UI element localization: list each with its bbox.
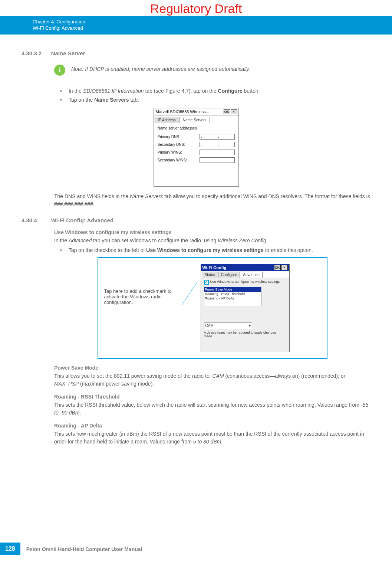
info-icon: i — [54, 65, 65, 76]
draft-banner: Regulatory Draft — [0, 0, 392, 16]
use-windows-checkbox[interactable]: ✓ — [204, 280, 209, 285]
ok-button[interactable]: OK — [274, 265, 281, 270]
note-text: Note: If DHCP is enabled, name server ad… — [71, 65, 250, 72]
reset-notice: A device reset may be required to apply … — [204, 331, 286, 338]
figure-name-servers-dialog: 'Marvell SDIO8686 Wireless... OK × IP Ad… — [154, 108, 239, 187]
dialog-title: Wi-Fi Config — [202, 265, 274, 270]
chapter-line1: Chapter 4: Configuration — [33, 19, 392, 25]
secondary-dns-field[interactable] — [200, 142, 235, 147]
secondary-wins-field[interactable] — [200, 157, 235, 163]
chapter-header: Chapter 4: Configuration Wi-Fi Config: A… — [0, 16, 392, 35]
list-item: • Tap on the Name Servers tab. — [60, 96, 370, 104]
section-title: Wi-Fi Config: Advanced — [51, 217, 113, 223]
close-button[interactable]: × — [281, 265, 288, 270]
label-primary-dns: Primary DNS: — [158, 135, 180, 139]
tab-ip-address[interactable]: IP Address — [155, 117, 179, 123]
tab-status[interactable]: Status — [202, 272, 218, 278]
page-footer: 128 Psion Omnii Hand-Held Computer User … — [0, 543, 142, 555]
label-secondary-wins: Secondary WINS: — [158, 158, 187, 162]
tab-configure[interactable]: Configure — [218, 272, 240, 278]
page-number: 128 — [0, 543, 20, 555]
body-paragraph: This sets the RSSI threshold value, belo… — [54, 401, 370, 417]
body-paragraph: This allows you to set the 802.11 power … — [54, 372, 370, 388]
tab-advanced[interactable]: Advanced — [240, 272, 262, 278]
figure-wifi-config-advanced: Tap here to add a checkmark to activate … — [98, 257, 327, 359]
list-item: • Tap on the checkbox to the left of Use… — [60, 246, 370, 254]
bullet-icon: • — [60, 96, 62, 104]
list-item-ap-delta[interactable]: Roaming - AP Delta — [204, 296, 261, 301]
manual-title: Psion Omnii Hand-Held Computer User Manu… — [20, 543, 142, 555]
subheading: Roaming - AP Delta — [54, 423, 370, 429]
close-button[interactable]: × — [231, 109, 237, 114]
list-item-power-save[interactable]: Power Save Mode — [204, 287, 261, 292]
section-number: 4.30.4 — [22, 217, 50, 223]
section-number: 4.30.3.2 — [22, 50, 50, 56]
primary-dns-field[interactable] — [200, 134, 235, 140]
label-primary-wins: Primary WINS: — [158, 150, 182, 154]
subheading: Roaming - RSSI Threshold — [54, 394, 370, 400]
tab-name-servers[interactable]: Name Servers — [179, 117, 210, 123]
subheading: Use Windows to configure my wireless set… — [54, 229, 370, 235]
dialog-title: 'Marvell SDIO8686 Wireless... — [155, 109, 223, 114]
body-paragraph: The DNS and WINS fields in the Name Serv… — [54, 193, 370, 208]
value-dropdown[interactable]: CAM▾ — [204, 322, 252, 329]
list-item: • In the SDIO86861 IP Information tab (s… — [60, 87, 370, 95]
subheading: Power Save Mode — [54, 365, 370, 371]
settings-listbox[interactable]: Power Save Mode Roaming - RSSI Threshold… — [204, 287, 261, 306]
checkbox-label: Use Windows to configure my wireless set… — [210, 280, 280, 284]
svg-line-0 — [182, 282, 197, 305]
bullet-icon: • — [60, 246, 62, 254]
chevron-down-icon: ▾ — [249, 324, 251, 328]
primary-wins-field[interactable] — [200, 150, 235, 155]
body-paragraph: This sets how much greater (in dBm) the … — [54, 430, 370, 446]
dialog-caption: Name server addresses — [158, 126, 235, 130]
label-secondary-dns: Secondary DNS: — [158, 142, 185, 147]
list-item-rssi-threshold[interactable]: Roaming - RSSI Threshold — [204, 292, 261, 296]
figure-annotation: Tap here to add a checkmark to activate … — [104, 264, 178, 305]
chapter-line2: Wi-Fi Config: Advanced — [33, 25, 392, 32]
callout-line-icon — [182, 279, 197, 323]
bullet-icon: • — [60, 87, 62, 95]
ok-button[interactable]: OK — [224, 109, 230, 114]
section-title: Name Server — [51, 50, 85, 56]
